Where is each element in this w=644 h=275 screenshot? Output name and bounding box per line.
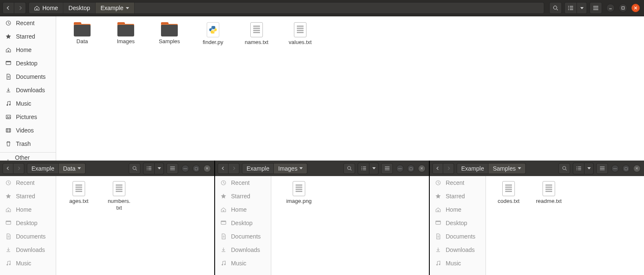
nav-forward-button[interactable] bbox=[229, 163, 239, 174]
sidebar-item-documents[interactable]: Documents bbox=[215, 230, 271, 243]
sidebar-item-starred[interactable]: Starred bbox=[215, 189, 271, 203]
sidebar-item-home[interactable]: Home bbox=[0, 203, 56, 216]
sidebar-item-desktop[interactable]: Desktop bbox=[430, 216, 486, 230]
file-grid[interactable]: codes.txtreadme.txt bbox=[486, 176, 644, 275]
breadcrumb[interactable]: Images bbox=[274, 163, 307, 174]
file-item[interactable]: Images bbox=[104, 22, 148, 60]
breadcrumb[interactable]: Samples bbox=[488, 163, 525, 174]
file-grid[interactable]: image.png bbox=[271, 176, 429, 275]
sidebar-item-home[interactable]: Home bbox=[0, 43, 56, 57]
sidebar-item-starred[interactable]: Starred bbox=[0, 189, 56, 203]
file-grid[interactable]: ages.txtnumbers.txt bbox=[56, 176, 214, 275]
sidebar-item-desktop[interactable]: Desktop bbox=[215, 216, 271, 230]
nav-forward-button[interactable] bbox=[14, 2, 26, 14]
breadcrumb-desktop[interactable]: Desktop bbox=[63, 3, 95, 13]
file-item[interactable]: finder.py bbox=[191, 22, 235, 60]
view-options-button[interactable] bbox=[577, 2, 587, 14]
sidebar-item-home[interactable]: Home bbox=[215, 203, 271, 216]
file-item[interactable]: Data bbox=[60, 22, 104, 60]
sidebar-item-music[interactable]: Music bbox=[0, 257, 56, 270]
view-options-button[interactable] bbox=[369, 163, 379, 174]
hamburger-menu-button[interactable] bbox=[166, 163, 178, 174]
file-item[interactable]: values.txt bbox=[278, 22, 322, 60]
sidebar-item-desktop[interactable]: Desktop bbox=[0, 216, 56, 230]
minimize-button[interactable]: — bbox=[396, 165, 404, 172]
nav-back-button[interactable] bbox=[3, 163, 13, 174]
nav-back-button[interactable] bbox=[3, 2, 14, 14]
search-button[interactable] bbox=[343, 163, 355, 174]
maximize-button[interactable] bbox=[619, 4, 627, 12]
breadcrumb-home[interactable]: Home bbox=[29, 3, 63, 13]
close-button[interactable]: ✕ bbox=[203, 165, 211, 172]
maximize-button[interactable]: ▢ bbox=[622, 165, 630, 172]
sidebar-item-recent[interactable]: Recent bbox=[0, 16, 56, 30]
path-bar: Home Desktop Example bbox=[29, 2, 544, 14]
list-view-button[interactable] bbox=[564, 2, 577, 14]
view-options-button[interactable] bbox=[584, 163, 594, 174]
nav-forward-button[interactable] bbox=[443, 163, 454, 174]
nav-forward-button[interactable] bbox=[13, 163, 24, 174]
sidebar-item-downloads[interactable]: Downloads bbox=[0, 243, 56, 257]
sidebar-item-starred[interactable]: Starred bbox=[430, 189, 486, 203]
hamburger-menu-button[interactable] bbox=[381, 163, 393, 174]
sidebar-item-recent[interactable]: Recent bbox=[0, 176, 56, 189]
sidebar-item-documents[interactable]: Documents bbox=[0, 230, 56, 243]
minimize-button[interactable]: — bbox=[611, 165, 619, 172]
path-bar: Example Images bbox=[242, 163, 307, 174]
sidebar-item-pictures[interactable]: Pictures bbox=[0, 110, 56, 124]
sidebar-item-music[interactable]: Music bbox=[430, 257, 486, 270]
sidebar-item-documents[interactable]: Documents bbox=[0, 70, 56, 83]
home-icon bbox=[435, 207, 441, 213]
list-view-button[interactable] bbox=[358, 163, 369, 174]
sidebar-item-downloads[interactable]: Downloads bbox=[430, 243, 486, 257]
sidebar-item-home[interactable]: Home bbox=[430, 203, 486, 216]
hamburger-menu-button[interactable] bbox=[596, 163, 608, 174]
sidebar-item-recent[interactable]: Recent bbox=[430, 176, 486, 189]
search-button[interactable] bbox=[549, 2, 562, 14]
sidebar-item-downloads[interactable]: Downloads bbox=[215, 243, 271, 257]
nav-back-button[interactable] bbox=[218, 163, 229, 174]
svg-rect-15 bbox=[6, 221, 10, 222]
breadcrumb[interactable]: Example bbox=[457, 163, 488, 174]
sidebar-item-downloads[interactable]: Downloads bbox=[0, 83, 56, 97]
file-item[interactable]: image.png bbox=[274, 181, 324, 217]
desktop-icon bbox=[435, 220, 441, 226]
file-item[interactable]: readme.txt bbox=[529, 181, 569, 217]
breadcrumb[interactable]: Example bbox=[27, 163, 59, 174]
sidebar-item-recent[interactable]: Recent bbox=[215, 176, 271, 189]
breadcrumb[interactable]: Data bbox=[59, 163, 86, 174]
breadcrumb-example[interactable]: Example bbox=[96, 3, 135, 13]
minimize-button[interactable]: — bbox=[182, 165, 189, 172]
nav-back-button[interactable] bbox=[432, 163, 443, 174]
maximize-button[interactable]: ▢ bbox=[407, 165, 415, 172]
close-button[interactable]: ✕ bbox=[633, 165, 641, 172]
sidebar-item-starred[interactable]: Starred bbox=[0, 30, 56, 43]
list-view-button[interactable] bbox=[143, 163, 155, 174]
hamburger-menu-button[interactable] bbox=[589, 2, 602, 14]
file-grid[interactable]: DataImagesSamplesfinder.pynames.txtvalue… bbox=[56, 16, 644, 161]
minimize-button[interactable] bbox=[606, 4, 615, 12]
search-button[interactable] bbox=[129, 163, 140, 174]
file-item[interactable]: numbers.txt bbox=[99, 181, 139, 217]
file-item[interactable]: Samples bbox=[148, 22, 191, 60]
breadcrumb[interactable]: Example bbox=[242, 163, 274, 174]
sidebar-item-music[interactable]: Music bbox=[215, 257, 271, 270]
sidebar-item-other-locations[interactable]: Other Locations bbox=[0, 154, 56, 161]
close-button[interactable]: ✕ bbox=[418, 165, 426, 172]
home-icon bbox=[5, 207, 12, 213]
search-button[interactable] bbox=[558, 163, 570, 174]
close-button[interactable] bbox=[631, 4, 640, 12]
file-label: Samples bbox=[159, 38, 180, 45]
maximize-button[interactable]: ▢ bbox=[192, 165, 200, 172]
sidebar-item-desktop[interactable]: Desktop bbox=[0, 57, 56, 70]
file-item[interactable]: codes.txt bbox=[488, 181, 529, 217]
sidebar-item-label: Trash bbox=[16, 140, 31, 147]
file-item[interactable]: names.txt bbox=[235, 22, 278, 60]
file-item[interactable]: ages.txt bbox=[59, 181, 99, 217]
list-view-button[interactable] bbox=[573, 163, 584, 174]
view-options-button[interactable] bbox=[155, 163, 164, 174]
sidebar-item-music[interactable]: Music bbox=[0, 97, 56, 110]
sidebar-item-trash[interactable]: Trash bbox=[0, 137, 56, 150]
sidebar-item-videos[interactable]: Videos bbox=[0, 124, 56, 137]
sidebar-item-documents[interactable]: Documents bbox=[430, 230, 486, 243]
